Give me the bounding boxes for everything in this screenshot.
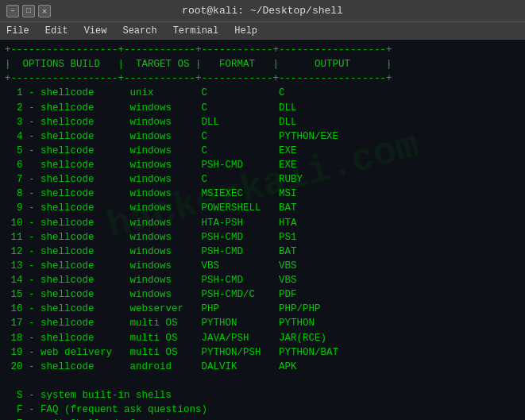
menu-file[interactable]: File bbox=[3, 24, 33, 38]
menubar: File Edit View Search Terminal Help bbox=[0, 22, 525, 40]
maximize-button[interactable]: □ bbox=[22, 5, 35, 17]
menu-search[interactable]: Search bbox=[119, 24, 160, 38]
menu-edit[interactable]: Edit bbox=[42, 24, 71, 38]
terminal-content: +------------------+------------+-------… bbox=[5, 43, 520, 420]
titlebar: – □ ✕ root@kali: ~/Desktop/shell bbox=[0, 0, 525, 22]
minimize-button[interactable]: – bbox=[6, 5, 19, 17]
window-title: root@kali: ~/Desktop/shell bbox=[54, 5, 471, 17]
menu-help[interactable]: Help bbox=[231, 24, 261, 38]
terminal-area[interactable]: hackerkali.com +------------------+-----… bbox=[0, 40, 525, 420]
menu-terminal[interactable]: Terminal bbox=[170, 24, 222, 38]
menu-view[interactable]: View bbox=[81, 24, 110, 38]
close-button[interactable]: ✕ bbox=[38, 5, 51, 17]
